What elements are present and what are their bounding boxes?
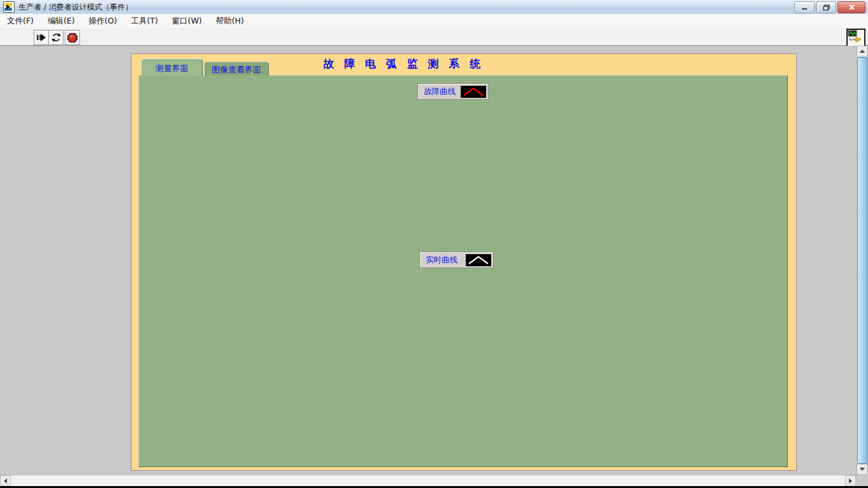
scroll-left-button[interactable]: [0, 475, 11, 486]
fault-graph-legend[interactable]: 故障曲线: [417, 83, 489, 100]
run-continuous-icon: [51, 32, 62, 43]
abort-icon: [67, 32, 78, 43]
vertical-scrollbar-thumb[interactable]: [857, 57, 867, 464]
close-button[interactable]: [837, 1, 865, 13]
toolbar: [0, 28, 868, 46]
realtime-legend-text: 实时曲线: [426, 255, 458, 266]
restore-button[interactable]: [816, 1, 836, 13]
abort-button[interactable]: [65, 30, 80, 45]
menu-operate[interactable]: 操作(O): [82, 14, 125, 29]
labview-front-panel-window: 生产者 / 消费者设计模式（事件） 文件(F) 编辑(E) 操作(O) 工具(T…: [0, 0, 868, 488]
scroll-right-button[interactable]: [845, 475, 856, 486]
run-icon: [36, 32, 47, 43]
run-continuous-button[interactable]: [48, 30, 64, 45]
realtime-legend-line-sample: [466, 254, 491, 266]
menu-help[interactable]: 帮助(H): [209, 14, 251, 29]
fault-legend-line-sample: [461, 86, 486, 98]
labview-app-icon: [3, 1, 15, 13]
tab-page-measurement: [139, 75, 788, 467]
fault-legend-text: 故障曲线: [424, 86, 456, 97]
menu-file[interactable]: 文件(F): [0, 14, 41, 29]
menu-window[interactable]: 窗口(W): [165, 14, 209, 29]
horizontal-scrollbar[interactable]: [0, 475, 856, 487]
arrow-up-icon: [860, 50, 865, 53]
tab-measurement[interactable]: 测量界面: [141, 58, 203, 76]
arrow-down-icon: [860, 468, 865, 471]
menu-bar: 文件(F) 编辑(E) 操作(O) 工具(T) 窗口(W) 帮助(H): [0, 14, 868, 29]
window-title: 生产者 / 消费者设计模式（事件）: [18, 2, 133, 13]
minimize-button[interactable]: [794, 1, 815, 13]
arrow-left-icon: [4, 478, 7, 484]
tab-image-view[interactable]: 图像查看界面: [204, 62, 269, 76]
realtime-graph-legend[interactable]: 实时曲线: [419, 252, 494, 268]
menu-edit[interactable]: 编辑(E): [41, 14, 82, 29]
menu-tools[interactable]: 工具(T): [124, 14, 165, 29]
connector-pane-icon: [846, 29, 865, 48]
scroll-up-button[interactable]: [857, 46, 867, 57]
system-title: 故 障 电 弧 监 测 系 统: [289, 57, 518, 71]
window-titlebar: 生产者 / 消费者设计模式（事件）: [0, 0, 868, 15]
run-button[interactable]: [34, 30, 49, 45]
vertical-scrollbar[interactable]: [856, 46, 867, 475]
arrow-right-icon: [849, 478, 852, 484]
scroll-down-button[interactable]: [857, 464, 867, 475]
